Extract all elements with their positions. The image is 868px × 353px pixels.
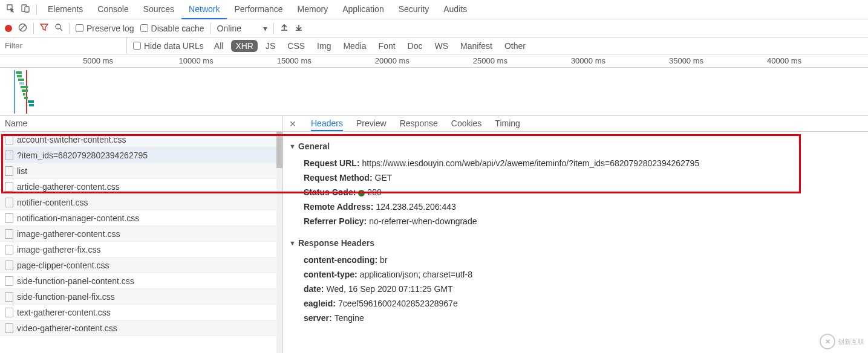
request-row[interactable]: article-gatherer-content.css bbox=[0, 179, 282, 195]
request-name: ?item_ids=6820792802394262795 bbox=[17, 151, 148, 160]
search-icon[interactable] bbox=[54, 23, 63, 33]
date-row: date:Wed, 16 Sep 2020 07:11:25 GMT bbox=[289, 282, 858, 296]
status-code-row: Status Code:200 bbox=[289, 185, 858, 199]
request-name: image-gatherer-fix.css bbox=[17, 245, 101, 254]
type-pill-font[interactable]: Font bbox=[374, 40, 400, 52]
svg-line-3 bbox=[20, 25, 25, 30]
split-header: Name ✕ HeadersPreviewResponseCookiesTimi… bbox=[0, 116, 868, 132]
svg-rect-1 bbox=[25, 7, 29, 12]
content-encoding-row: content-encoding:br bbox=[289, 253, 858, 267]
separator bbox=[210, 23, 211, 34]
request-row[interactable]: video-gatherer-content.css bbox=[0, 320, 282, 336]
type-pill-doc[interactable]: Doc bbox=[403, 40, 427, 52]
detail-tab-headers[interactable]: Headers bbox=[311, 117, 343, 131]
type-pill-other[interactable]: Other bbox=[500, 40, 530, 52]
tick-label: 5000 ms bbox=[83, 56, 113, 65]
tab-audits[interactable]: Audits bbox=[436, 0, 474, 19]
tab-elements[interactable]: Elements bbox=[41, 0, 90, 19]
hide-data-urls-label: Hide data URLs bbox=[144, 41, 204, 51]
detail-tab-response[interactable]: Response bbox=[400, 117, 438, 131]
tab-application[interactable]: Application bbox=[335, 0, 391, 19]
request-row[interactable]: ?item_ids=6820792802394262795 bbox=[0, 147, 282, 163]
chevron-down-icon[interactable]: ▾ bbox=[263, 24, 267, 33]
timeline-overview[interactable] bbox=[0, 68, 868, 116]
file-icon bbox=[5, 323, 13, 333]
request-name: notification-manager-content.css bbox=[17, 213, 139, 223]
scrollbar-thumb[interactable] bbox=[276, 132, 282, 168]
triangle-down-icon: ▼ bbox=[289, 239, 296, 247]
inspect-icon[interactable] bbox=[4, 4, 18, 15]
tab-console[interactable]: Console bbox=[90, 0, 135, 19]
tab-sources[interactable]: Sources bbox=[136, 0, 181, 19]
request-row[interactable]: image-gatherer-content.css bbox=[0, 226, 282, 242]
request-name: page-clipper-content.css bbox=[17, 261, 109, 270]
tab-performance[interactable]: Performance bbox=[227, 0, 290, 19]
request-row[interactable]: text-gatherer-content.css bbox=[0, 305, 282, 320]
file-icon bbox=[5, 276, 13, 286]
tab-memory[interactable]: Memory bbox=[290, 0, 336, 19]
general-section-header[interactable]: ▼General bbox=[289, 141, 858, 151]
request-url-row: Request URL:https://www.iesdouyin.com/we… bbox=[289, 156, 858, 170]
upload-har-icon[interactable] bbox=[280, 23, 289, 33]
svg-rect-19 bbox=[29, 104, 34, 106]
request-row[interactable]: account-switcher-content.css bbox=[0, 132, 282, 147]
clear-icon[interactable] bbox=[18, 23, 27, 34]
preserve-log-label: Preserve log bbox=[86, 24, 134, 33]
record-icon[interactable] bbox=[5, 25, 12, 32]
svg-rect-13 bbox=[19, 82, 24, 85]
filter-icon[interactable] bbox=[40, 23, 48, 33]
type-pill-manifest[interactable]: Manifest bbox=[456, 40, 497, 52]
detail-tab-cookies[interactable]: Cookies bbox=[451, 117, 482, 131]
file-icon bbox=[5, 229, 13, 239]
preserve-log-checkbox[interactable]: Preserve log bbox=[76, 24, 134, 33]
device-toggle-icon[interactable] bbox=[18, 4, 33, 15]
file-icon bbox=[5, 308, 13, 317]
type-pill-xhr[interactable]: XHR bbox=[231, 40, 258, 52]
type-pill-ws[interactable]: WS bbox=[431, 40, 453, 52]
request-name: side-function-panel-fix.css bbox=[17, 292, 115, 302]
name-column-header[interactable]: Name bbox=[0, 116, 283, 131]
tick-label: 30000 ms bbox=[571, 56, 605, 65]
request-row[interactable]: notifier-content.css bbox=[0, 195, 282, 210]
request-row[interactable]: image-gatherer-fix.css bbox=[0, 242, 282, 257]
filter-input[interactable] bbox=[0, 37, 127, 54]
type-pill-img[interactable]: Img bbox=[313, 40, 335, 52]
disable-cache-checkbox[interactable]: Disable cache bbox=[140, 24, 204, 33]
request-row[interactable]: list bbox=[0, 163, 282, 179]
request-row[interactable]: page-clipper-content.css bbox=[0, 257, 282, 273]
close-icon[interactable]: ✕ bbox=[289, 119, 296, 129]
referrer-policy-row: Referrer Policy:no-referrer-when-downgra… bbox=[289, 214, 858, 228]
type-pill-all[interactable]: All bbox=[210, 40, 228, 52]
file-icon bbox=[5, 213, 13, 223]
filter-row: Hide data URLs AllXHRJSCSSImgMediaFontDo… bbox=[0, 37, 868, 54]
request-list[interactable]: account-switcher-content.css?item_ids=68… bbox=[0, 132, 283, 353]
request-row[interactable]: side-function-panel-content.css bbox=[0, 273, 282, 289]
download-har-icon[interactable] bbox=[295, 23, 303, 33]
detail-tab-preview[interactable]: Preview bbox=[356, 117, 387, 131]
remote-address-row: Remote Address:124.238.245.206:443 bbox=[289, 199, 858, 214]
tick-label: 35000 ms bbox=[669, 56, 703, 65]
network-toolbar: Preserve log Disable cache Online ▾ bbox=[0, 19, 868, 37]
response-headers-section-header[interactable]: ▼Response Headers bbox=[289, 238, 858, 248]
split-body: account-switcher-content.css?item_ids=68… bbox=[0, 132, 868, 353]
separator bbox=[69, 23, 70, 34]
request-row[interactable]: notification-manager-content.css bbox=[0, 210, 282, 226]
request-row[interactable]: side-function-panel-fix.css bbox=[0, 289, 282, 305]
request-name: image-gatherer-content.css bbox=[17, 229, 120, 239]
svg-point-4 bbox=[56, 24, 60, 29]
detail-tab-timing[interactable]: Timing bbox=[495, 117, 520, 131]
tab-network[interactable]: Network bbox=[181, 0, 227, 19]
file-icon bbox=[5, 166, 13, 176]
waterfall-bars-icon bbox=[0, 68, 48, 116]
svg-rect-14 bbox=[21, 86, 28, 88]
type-pill-js[interactable]: JS bbox=[261, 40, 279, 52]
tab-security[interactable]: Security bbox=[391, 0, 437, 19]
request-name: article-gatherer-content.css bbox=[17, 182, 120, 192]
type-pill-css[interactable]: CSS bbox=[283, 40, 309, 52]
hide-data-urls-checkbox[interactable]: Hide data URLs bbox=[133, 41, 204, 51]
tick-label: 15000 ms bbox=[277, 56, 312, 65]
tick-label: 25000 ms bbox=[473, 56, 507, 65]
type-pill-media[interactable]: Media bbox=[339, 40, 370, 52]
request-name: list bbox=[17, 166, 27, 176]
request-method-row: Request Method:GET bbox=[289, 170, 858, 185]
